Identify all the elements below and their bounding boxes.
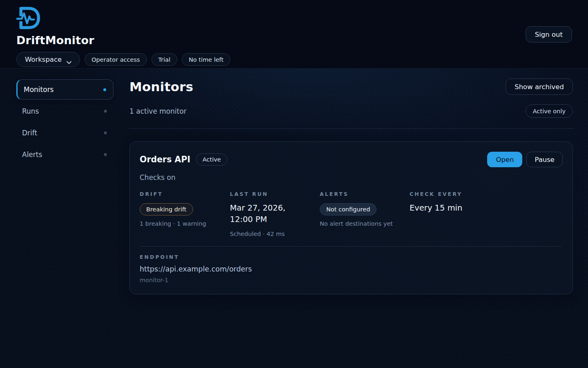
page-title: Monitors [129, 79, 193, 94]
inactive-dot-icon [104, 153, 107, 156]
badge-trial: Trial [151, 53, 178, 66]
sidebar: Monitors Runs Drift Alerts [0, 69, 114, 368]
last-run-value: Mar 27, 2026, 12:00 PM [230, 202, 291, 226]
checks-on-text: Checks on [140, 173, 563, 182]
monitor-id: monitor-1 [140, 277, 563, 283]
active-monitor-count: 1 active monitor [129, 107, 187, 115]
sidebar-item-label: Runs [22, 107, 39, 115]
sidebar-item-label: Drift [22, 129, 37, 137]
sidebar-item-monitors[interactable]: Monitors [16, 79, 114, 100]
last-run-label: LAST RUN [230, 191, 320, 197]
show-archived-button[interactable]: Show archived [506, 79, 573, 95]
not-configured-badge: Not configured [320, 203, 376, 215]
stat-check-every: CHECK EVERY Every 15 min [410, 191, 563, 237]
inactive-dot-icon [104, 110, 107, 112]
stat-alerts: ALERTS Not configured No alert destinati… [320, 191, 410, 237]
driftmonitor-logo-icon [16, 6, 41, 30]
check-every-label: CHECK EVERY [410, 191, 563, 197]
workspace-dropdown[interactable]: Workspace [16, 52, 80, 67]
app-body: Monitors Runs Drift Alerts Monitors Show… [0, 69, 588, 368]
main-content: Monitors Show archived 1 active monitor … [114, 69, 588, 368]
status-badge: Active [196, 153, 227, 166]
chevron-down-icon [67, 58, 71, 61]
badge-time-left: No time left [182, 53, 230, 66]
sidebar-item-drift[interactable]: Drift [16, 123, 114, 143]
sidebar-item-label: Alerts [22, 150, 42, 159]
open-button[interactable]: Open [487, 152, 522, 167]
monitor-stats: DRIFT Breaking drift 1 breaking · 1 warn… [140, 191, 563, 237]
alerts-label: ALERTS [320, 191, 410, 197]
monitor-name: Orders API [140, 155, 190, 164]
monitor-card: Orders API Active Open Pause Checks on D… [129, 141, 573, 294]
stat-drift: DRIFT Breaking drift 1 breaking · 1 warn… [140, 191, 230, 237]
alerts-detail: No alert destinations yet [320, 220, 410, 227]
card-divider [140, 246, 562, 247]
top-header: DriftMonitor Workspace Operator access T… [0, 0, 588, 69]
breaking-drift-badge: Breaking drift [140, 203, 193, 215]
badge-operator-access: Operator access [85, 53, 147, 66]
section-divider [129, 128, 573, 129]
workspace-row: Workspace Operator access Trial No time … [16, 52, 572, 67]
sidebar-item-label: Monitors [24, 85, 53, 94]
stat-last-run: LAST RUN Mar 27, 2026, 12:00 PM Schedule… [230, 191, 320, 237]
sidebar-item-runs[interactable]: Runs [16, 101, 114, 121]
sidebar-item-alerts[interactable]: Alerts [16, 144, 114, 165]
endpoint-url: https://api.example.com/orders [140, 265, 563, 273]
check-every-value: Every 15 min [410, 202, 563, 214]
active-dot-icon [103, 88, 106, 91]
last-run-detail: Scheduled · 42 ms [230, 231, 320, 237]
active-only-filter[interactable]: Active only [526, 104, 573, 118]
pause-button[interactable]: Pause [526, 152, 563, 167]
endpoint-section: ENDPOINT https://api.example.com/orders … [140, 254, 563, 283]
inactive-dot-icon [104, 132, 107, 134]
drift-detail: 1 breaking · 1 warning [140, 220, 230, 227]
sign-out-button[interactable]: Sign out [526, 26, 572, 43]
endpoint-label: ENDPOINT [140, 254, 563, 260]
brand-name: DriftMonitor [16, 34, 572, 47]
drift-label: DRIFT [140, 191, 230, 197]
workspace-label: Workspace [25, 56, 62, 63]
